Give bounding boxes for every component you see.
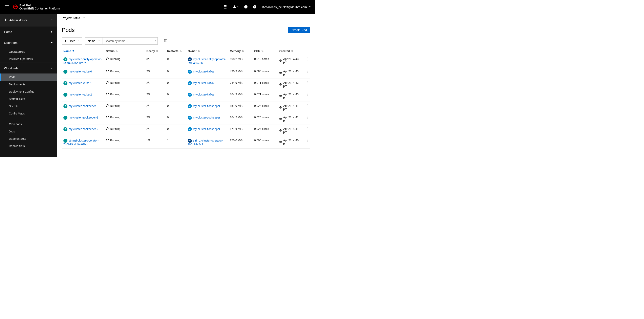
pod-restarts: 0 bbox=[166, 79, 186, 90]
svg-rect-1 bbox=[224, 5, 225, 6]
globe-icon bbox=[279, 106, 282, 109]
row-actions-button[interactable] bbox=[304, 136, 310, 148]
pod-name-link[interactable]: my-cluster-kafka-0 bbox=[69, 70, 92, 73]
owner-badge-icon: RS bbox=[188, 139, 192, 143]
pod-ready: 2/2 bbox=[145, 125, 165, 136]
perspective-switcher[interactable]: Administrator bbox=[0, 14, 57, 26]
row-actions-button[interactable] bbox=[304, 79, 310, 90]
col-ready[interactable]: Ready bbox=[145, 48, 165, 55]
nav-toggle-button[interactable] bbox=[2, 2, 12, 12]
row-actions-button[interactable] bbox=[304, 55, 310, 67]
table-row: Pmy-cluster-zookeeper-1Running2/20SSmy-c… bbox=[62, 113, 310, 125]
project-selector[interactable]: Project: kafka bbox=[62, 16, 86, 20]
nav-deployment-configs[interactable]: Deployment Configs bbox=[0, 88, 57, 95]
pod-cpu: 0.024 cores bbox=[252, 113, 278, 125]
table-header-row: Name Status Ready Restarts Owner Memory … bbox=[62, 48, 310, 55]
owner-link[interactable]: my-cluster-entity-operator-6f9946675b bbox=[188, 58, 226, 64]
sort-icon bbox=[198, 50, 200, 52]
owner-link[interactable]: my-cluster-zookeeper bbox=[193, 116, 220, 119]
nav-replica-sets[interactable]: Replica Sets bbox=[0, 142, 57, 150]
col-created[interactable]: Created bbox=[278, 48, 304, 55]
sidebar: Administrator Home Operators OperatorHub… bbox=[0, 14, 57, 157]
owner-link[interactable]: strimzi-cluster-operator-7b6b99c4c9 bbox=[188, 139, 223, 146]
owner-badge-icon: RS bbox=[188, 57, 192, 62]
pod-badge-icon: P bbox=[64, 70, 68, 74]
owner-link[interactable]: my-cluster-kafka bbox=[193, 93, 214, 96]
perspective-label: Administrator bbox=[9, 18, 27, 22]
owner-badge-icon: SS bbox=[188, 104, 192, 108]
pod-memory: 598.2 MiB bbox=[228, 55, 252, 67]
pod-badge-icon: P bbox=[64, 104, 68, 108]
table-row: Pmy-cluster-kafka-2Running2/20SSmy-clust… bbox=[62, 90, 310, 102]
slash-shortcut-hint: / bbox=[153, 37, 158, 44]
owner-link[interactable]: my-cluster-zookeeper bbox=[193, 104, 220, 108]
nav-stateful-sets[interactable]: Stateful Sets bbox=[0, 95, 57, 102]
nav-operators[interactable]: Operators bbox=[0, 37, 57, 48]
nav-cron-jobs[interactable]: Cron Jobs bbox=[0, 120, 57, 128]
pod-cpu: 0.024 cores bbox=[252, 102, 278, 113]
col-memory[interactable]: Memory bbox=[228, 48, 252, 55]
pod-cpu: 0.071 cores bbox=[252, 79, 278, 90]
help-button[interactable]: ? bbox=[253, 5, 256, 9]
col-owner[interactable]: Owner bbox=[186, 48, 228, 55]
add-button[interactable] bbox=[244, 5, 248, 9]
nav-jobs[interactable]: Jobs bbox=[0, 128, 57, 135]
nav-pods[interactable]: Pods bbox=[0, 74, 57, 81]
sort-icon bbox=[116, 50, 118, 52]
sync-icon bbox=[106, 70, 109, 73]
pod-name-link[interactable]: strimzi-cluster-operator-7b6b99c4c9-v62h… bbox=[64, 139, 98, 146]
nav-workloads[interactable]: Workloads bbox=[0, 62, 57, 74]
create-pod-button[interactable]: Create Pod bbox=[288, 27, 310, 33]
kebab-icon bbox=[307, 104, 308, 108]
pod-name-link[interactable]: my-cluster-zookeeper-2 bbox=[69, 128, 98, 131]
nav-installed-operators[interactable]: Installed Operators bbox=[0, 55, 57, 62]
pod-name-link[interactable]: my-cluster-zookeeper-1 bbox=[69, 116, 98, 119]
owner-link[interactable]: my-cluster-zookeeper bbox=[193, 128, 220, 131]
user-menu[interactable]: IAM#niklas_heidloff@de.ibm.com bbox=[262, 5, 311, 9]
sort-icon bbox=[262, 50, 264, 52]
pod-name-link[interactable]: my-cluster-kafka-1 bbox=[69, 81, 92, 84]
kebab-icon bbox=[307, 93, 308, 96]
pod-ready: 2/2 bbox=[145, 90, 165, 102]
owner-link[interactable]: my-cluster-kafka bbox=[193, 70, 214, 73]
pod-restarts: 0 bbox=[166, 113, 186, 125]
pod-name-link[interactable]: my-cluster-zookeeper-0 bbox=[69, 104, 98, 108]
col-name[interactable]: Name bbox=[62, 48, 104, 55]
notifications-count: 1 bbox=[237, 5, 239, 9]
row-actions-button[interactable] bbox=[304, 113, 310, 125]
pod-cpu: 0.005 cores bbox=[252, 136, 278, 148]
owner-badge-icon: SS bbox=[188, 116, 192, 120]
pod-name-link[interactable]: my-cluster-entity-operator-6f9946675b-nm… bbox=[64, 58, 102, 64]
owner-link[interactable]: my-cluster-kafka bbox=[193, 81, 214, 84]
svg-rect-4 bbox=[224, 6, 225, 7]
pod-name-link[interactable]: my-cluster-kafka-2 bbox=[69, 93, 92, 96]
row-actions-button[interactable] bbox=[304, 125, 310, 136]
pod-cpu: 0.086 cores bbox=[252, 67, 278, 79]
nav-home[interactable]: Home bbox=[0, 26, 57, 37]
pod-created: Apr 21, 4:43 pm bbox=[283, 81, 302, 88]
nav-daemon-sets[interactable]: Daemon Sets bbox=[0, 135, 57, 142]
search-input[interactable] bbox=[102, 37, 153, 44]
col-restarts[interactable]: Restarts bbox=[166, 48, 186, 55]
pod-ready: 2/2 bbox=[145, 67, 165, 79]
row-actions-button[interactable] bbox=[304, 90, 310, 102]
pod-memory: 164.2 MiB bbox=[228, 113, 252, 125]
table-row: Pstrimzi-cluster-operator-7b6b99c4c9-v62… bbox=[62, 136, 310, 148]
nav-deployments[interactable]: Deployments bbox=[0, 81, 57, 88]
nav-config-maps[interactable]: Config Maps bbox=[0, 110, 57, 117]
search-attribute-dropdown[interactable]: Name bbox=[85, 37, 102, 44]
row-actions-button[interactable] bbox=[304, 67, 310, 79]
nav-operatorhub[interactable]: OperatorHub bbox=[0, 48, 57, 55]
column-management-button[interactable] bbox=[164, 39, 167, 43]
row-actions-button[interactable] bbox=[304, 102, 310, 113]
filter-dropdown[interactable]: Filter bbox=[62, 37, 82, 44]
col-cpu[interactable]: CPU bbox=[252, 48, 278, 55]
app-launcher-button[interactable] bbox=[224, 5, 228, 9]
sort-asc-icon bbox=[72, 50, 74, 52]
notifications-button[interactable]: 1 bbox=[233, 5, 239, 9]
nav-secrets[interactable]: Secrets bbox=[0, 102, 57, 110]
table-row: Pmy-cluster-entity-operator-6f9946675b-n… bbox=[62, 55, 310, 67]
user-name: IAM#niklas_heidloff@de.ibm.com bbox=[262, 5, 307, 9]
col-status[interactable]: Status bbox=[104, 48, 145, 55]
nav-separator bbox=[9, 119, 53, 119]
